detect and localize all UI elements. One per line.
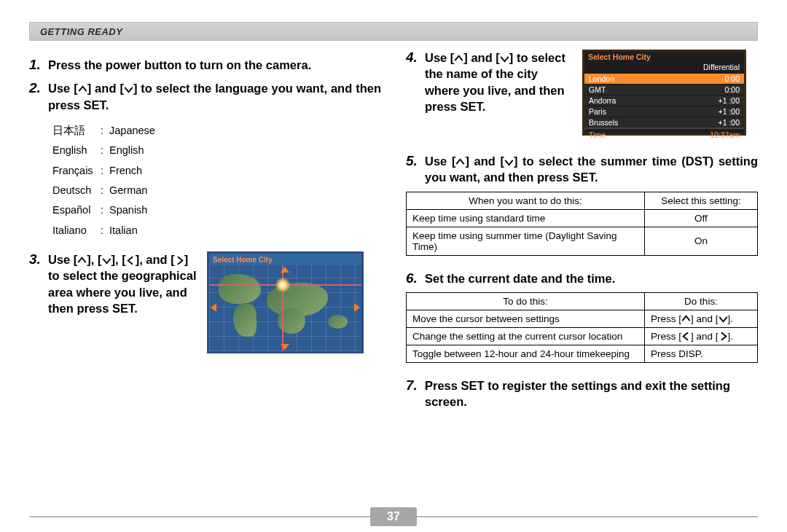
- lang-native: Français: [52, 162, 99, 180]
- lang-native: Español: [52, 201, 99, 219]
- city-list-screenshot: Select Home City Differential London0:00…: [582, 50, 746, 136]
- step-text: Press the power button to turn on the ca…: [48, 57, 311, 73]
- map-screenshot: Select Home City: [207, 251, 364, 353]
- city-time-row: Time 10:37am: [584, 128, 744, 139]
- step-7: 7. Press SET to register the settings an…: [406, 378, 758, 410]
- city-header: Differential: [584, 63, 744, 73]
- dt-desc: Toggle between 12-hour and 24-hour timek…: [407, 345, 645, 362]
- section-header: GETTING READY: [29, 22, 758, 41]
- section-title: GETTING READY: [40, 26, 122, 37]
- city-diff: +1 :00: [719, 118, 740, 127]
- chevron-up-icon: [681, 314, 691, 324]
- lang-english: French: [109, 162, 155, 180]
- dt-head-b: Do this:: [645, 292, 758, 310]
- arrow-left-icon: [211, 303, 216, 312]
- step-number: 1.: [29, 57, 48, 73]
- chevron-down-icon: [102, 256, 111, 265]
- dst-head-b: Select this setting:: [645, 192, 758, 209]
- chevron-down-icon: [719, 314, 728, 324]
- manual-page: GETTING READY 1. Press the power button …: [0, 0, 787, 532]
- step-1: 1. Press the power button to turn on the…: [29, 57, 381, 73]
- left-column: 1. Press the power button to turn on the…: [29, 50, 381, 410]
- chevron-left-icon: [681, 332, 691, 341]
- step-number: 3.: [29, 251, 48, 267]
- step-number: 7.: [406, 378, 425, 394]
- page-number: 37: [370, 507, 417, 526]
- step-text: Use [] and [] to select the name of the …: [425, 50, 573, 114]
- step-6: 6. Set the current date and the time.: [406, 270, 758, 286]
- city-row: London0:00: [584, 73, 744, 84]
- city-diff: +1 :00: [719, 107, 740, 116]
- lang-english: German: [109, 181, 155, 200]
- step-text: Set the current date and the time.: [425, 270, 615, 286]
- chevron-down-icon: [504, 157, 514, 167]
- lang-english: English: [109, 141, 155, 160]
- step-3-row: 3. Use [], [], [], and [] to select the …: [29, 251, 381, 353]
- city-name: GMT: [589, 85, 606, 94]
- arrow-up-icon: [281, 267, 289, 273]
- language-row: Deutsch:German: [52, 181, 155, 200]
- table-row: Toggle between 12-hour and 24-hour timek…: [407, 345, 758, 362]
- step-number: 6.: [406, 270, 425, 286]
- chevron-down-icon: [500, 54, 509, 63]
- dt-head-a: To do this:: [407, 292, 645, 310]
- step-4-row: 4. Use [] and [] to select the name of t…: [406, 50, 758, 136]
- table-row: Keep time using standard timeOff: [407, 209, 758, 227]
- chevron-up-icon: [455, 157, 465, 167]
- arrow-down-icon: [281, 344, 289, 350]
- content-columns: 1. Press the power button to turn on the…: [29, 50, 758, 410]
- city-row: Andorra+1 :00: [584, 95, 744, 106]
- city-row: Brussels+1 :00: [584, 117, 744, 128]
- language-row: Français:French: [52, 162, 155, 180]
- chevron-right-icon: [175, 256, 184, 265]
- chevron-right-icon: [719, 332, 728, 341]
- lang-english: Japanese: [109, 122, 155, 140]
- dst-value: On: [645, 227, 758, 255]
- lang-native: Deutsch: [52, 181, 99, 200]
- language-row: Español:Spanish: [52, 201, 155, 219]
- city-row: GMT0:00: [584, 84, 744, 95]
- city-diff: 0:00: [725, 85, 740, 94]
- step-text: Press SET to register the settings and e…: [425, 378, 758, 410]
- dt-action: Press [] and [].: [645, 310, 758, 327]
- step-text: Use [] and [] to select the language you…: [48, 80, 381, 113]
- step-text: Use [], [], [], and [] to select the geo…: [48, 251, 197, 316]
- chevron-down-icon: [124, 85, 133, 94]
- dst-head-a: When you want to do this:: [407, 192, 645, 209]
- dst-desc: Keep time using summer time (Daylight Sa…: [407, 227, 645, 255]
- world-map-icon: [209, 265, 361, 351]
- language-row: 日本語:Japanese: [52, 122, 155, 140]
- city-name: Brussels: [589, 118, 618, 127]
- city-row: Paris+1 :00: [584, 106, 744, 117]
- arrow-right-icon: [354, 303, 360, 312]
- table-row: Keep time using summer time (Daylight Sa…: [407, 227, 758, 255]
- right-column: 4. Use [] and [] to select the name of t…: [406, 50, 758, 410]
- dt-action: Press DISP.: [645, 345, 758, 362]
- dt-desc: Change the setting at the current cursor…: [407, 327, 645, 345]
- table-row: Move the cursor between settingsPress []…: [407, 310, 758, 327]
- city-diff: 0:00: [725, 74, 740, 83]
- step-5: 5. Use [] and [] to select the summer ti…: [406, 153, 758, 186]
- step-number: 5.: [406, 153, 425, 169]
- city-name: Paris: [589, 107, 606, 116]
- table-row: Change the setting at the current cursor…: [407, 327, 758, 345]
- step-text: Use [] and [] to select the summer time …: [425, 153, 758, 186]
- dt-desc: Move the cursor between settings: [407, 310, 645, 327]
- language-row: Italiano:Italian: [52, 222, 155, 240]
- lang-english: Italian: [109, 222, 155, 240]
- city-diff: +1 :00: [719, 96, 740, 105]
- step-number: 2.: [29, 80, 48, 96]
- city-name: Andorra: [589, 96, 616, 105]
- dst-table: When you want to do this: Select this se…: [406, 192, 758, 256]
- lang-native: 日本語: [52, 122, 99, 140]
- dst-desc: Keep time using standard time: [407, 209, 645, 227]
- step-2: 2. Use [] and [] to select the language …: [29, 80, 381, 113]
- language-row: English:English: [52, 141, 155, 160]
- chevron-up-icon: [78, 85, 87, 94]
- city-title: Select Home City: [584, 52, 744, 63]
- dt-action: Press [] and [].: [645, 327, 758, 345]
- lang-native: English: [52, 141, 99, 160]
- date-time-table: To do this: Do this: Move the cursor bet…: [406, 292, 758, 363]
- step-4: 4. Use [] and [] to select the name of t…: [406, 50, 573, 114]
- step-3: 3. Use [], [], [], and [] to select the …: [29, 251, 197, 316]
